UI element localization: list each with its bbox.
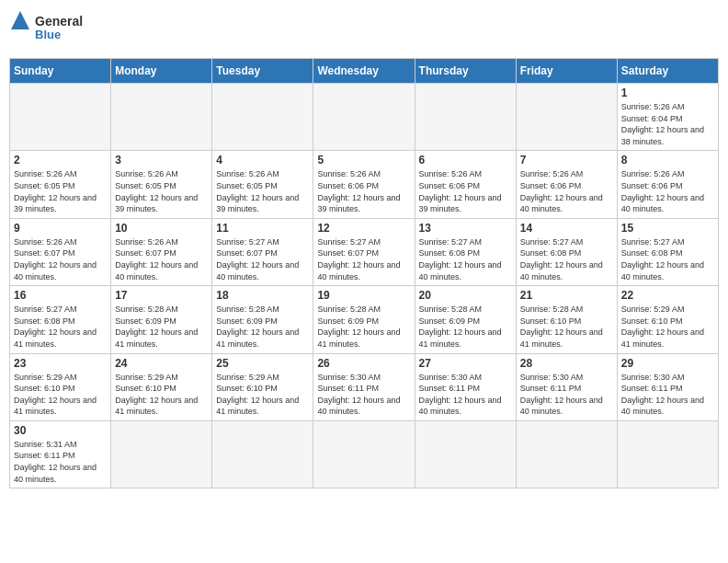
day-cell: 7Sunrise: 5:26 AM Sunset: 6:06 PM Daylig… <box>516 151 617 218</box>
day-cell: 13Sunrise: 5:27 AM Sunset: 6:08 PM Dayli… <box>415 218 516 285</box>
day-cell: 28Sunrise: 5:30 AM Sunset: 6:11 PM Dayli… <box>516 353 617 420</box>
day-info: Sunrise: 5:28 AM Sunset: 6:10 PM Dayligh… <box>520 304 613 350</box>
day-cell: 6Sunrise: 5:26 AM Sunset: 6:06 PM Daylig… <box>415 151 516 218</box>
day-info: Sunrise: 5:26 AM Sunset: 6:07 PM Dayligh… <box>14 236 107 282</box>
day-cell <box>313 420 415 488</box>
calendar-table: SundayMondayTuesdayWednesdayThursdayFrid… <box>9 58 719 488</box>
week-row-5: 30Sunrise: 5:31 AM Sunset: 6:11 PM Dayli… <box>10 420 719 488</box>
day-cell <box>212 84 313 151</box>
day-cell: 24Sunrise: 5:29 AM Sunset: 6:10 PM Dayli… <box>111 353 212 420</box>
day-cell: 4Sunrise: 5:26 AM Sunset: 6:05 PM Daylig… <box>212 151 313 218</box>
day-cell: 12Sunrise: 5:27 AM Sunset: 6:07 PM Dayli… <box>313 218 415 285</box>
day-info: Sunrise: 5:30 AM Sunset: 6:11 PM Dayligh… <box>317 372 410 418</box>
day-number: 25 <box>216 357 309 370</box>
day-number: 11 <box>216 222 309 235</box>
day-number: 1 <box>621 86 714 99</box>
day-info: Sunrise: 5:29 AM Sunset: 6:10 PM Dayligh… <box>621 304 714 350</box>
day-cell: 2Sunrise: 5:26 AM Sunset: 6:05 PM Daylig… <box>10 151 111 218</box>
day-number: 30 <box>14 424 107 437</box>
day-number: 16 <box>14 289 107 302</box>
day-number: 29 <box>621 357 714 370</box>
day-number: 17 <box>115 289 208 302</box>
day-info: Sunrise: 5:26 AM Sunset: 6:06 PM Dayligh… <box>419 168 512 214</box>
day-cell: 14Sunrise: 5:27 AM Sunset: 6:08 PM Dayli… <box>516 218 617 285</box>
day-info: Sunrise: 5:26 AM Sunset: 6:04 PM Dayligh… <box>621 101 714 147</box>
day-cell: 25Sunrise: 5:29 AM Sunset: 6:10 PM Dayli… <box>212 353 313 420</box>
day-info: Sunrise: 5:26 AM Sunset: 6:05 PM Dayligh… <box>14 168 107 214</box>
week-row-1: 2Sunrise: 5:26 AM Sunset: 6:05 PM Daylig… <box>10 151 719 218</box>
day-cell: 16Sunrise: 5:27 AM Sunset: 6:08 PM Dayli… <box>10 286 111 353</box>
day-info: Sunrise: 5:26 AM Sunset: 6:06 PM Dayligh… <box>621 168 714 214</box>
day-number: 3 <box>115 154 208 167</box>
day-cell: 8Sunrise: 5:26 AM Sunset: 6:06 PM Daylig… <box>617 151 718 218</box>
week-row-0: 1Sunrise: 5:26 AM Sunset: 6:04 PM Daylig… <box>10 84 719 151</box>
day-info: Sunrise: 5:29 AM Sunset: 6:10 PM Dayligh… <box>14 372 107 418</box>
day-cell: 19Sunrise: 5:28 AM Sunset: 6:09 PM Dayli… <box>313 286 415 353</box>
day-cell: 22Sunrise: 5:29 AM Sunset: 6:10 PM Dayli… <box>617 286 718 353</box>
day-cell <box>10 84 111 151</box>
day-number: 28 <box>520 357 613 370</box>
day-number: 12 <box>317 222 410 235</box>
day-info: Sunrise: 5:26 AM Sunset: 6:07 PM Dayligh… <box>115 236 208 282</box>
day-cell: 26Sunrise: 5:30 AM Sunset: 6:11 PM Dayli… <box>313 353 415 420</box>
day-cell <box>111 84 212 151</box>
day-number: 22 <box>621 289 714 302</box>
day-info: Sunrise: 5:27 AM Sunset: 6:07 PM Dayligh… <box>317 236 410 282</box>
day-number: 10 <box>115 222 208 235</box>
day-number: 8 <box>621 154 714 167</box>
day-cell: 3Sunrise: 5:26 AM Sunset: 6:05 PM Daylig… <box>111 151 212 218</box>
day-cell <box>212 420 313 488</box>
day-cell <box>415 84 516 151</box>
day-info: Sunrise: 5:27 AM Sunset: 6:08 PM Dayligh… <box>621 236 714 282</box>
day-number: 23 <box>14 357 107 370</box>
week-row-2: 9Sunrise: 5:26 AM Sunset: 6:07 PM Daylig… <box>10 218 719 285</box>
header-day-tuesday: Tuesday <box>212 59 313 84</box>
day-number: 24 <box>115 357 208 370</box>
day-info: Sunrise: 5:27 AM Sunset: 6:07 PM Dayligh… <box>216 236 309 282</box>
day-number: 6 <box>419 154 512 167</box>
day-info: Sunrise: 5:28 AM Sunset: 6:09 PM Dayligh… <box>419 304 512 350</box>
day-info: Sunrise: 5:27 AM Sunset: 6:08 PM Dayligh… <box>14 304 107 350</box>
day-number: 13 <box>419 222 512 235</box>
day-number: 2 <box>14 154 107 167</box>
svg-marker-2 <box>11 11 29 29</box>
day-cell: 30Sunrise: 5:31 AM Sunset: 6:11 PM Dayli… <box>10 420 111 488</box>
day-info: Sunrise: 5:29 AM Sunset: 6:10 PM Dayligh… <box>216 372 309 418</box>
day-number: 18 <box>216 289 309 302</box>
day-cell <box>415 420 516 488</box>
day-cell: 23Sunrise: 5:29 AM Sunset: 6:10 PM Dayli… <box>10 353 111 420</box>
day-number: 26 <box>317 357 410 370</box>
day-cell: 9Sunrise: 5:26 AM Sunset: 6:07 PM Daylig… <box>10 218 111 285</box>
day-number: 20 <box>419 289 512 302</box>
day-info: Sunrise: 5:31 AM Sunset: 6:11 PM Dayligh… <box>14 439 107 485</box>
day-info: Sunrise: 5:28 AM Sunset: 6:09 PM Dayligh… <box>115 304 208 350</box>
day-number: 19 <box>317 289 410 302</box>
day-cell: 27Sunrise: 5:30 AM Sunset: 6:11 PM Dayli… <box>415 353 516 420</box>
day-cell <box>516 420 617 488</box>
day-info: Sunrise: 5:26 AM Sunset: 6:06 PM Dayligh… <box>520 168 613 214</box>
day-cell <box>313 84 415 151</box>
header-day-thursday: Thursday <box>415 59 516 84</box>
day-number: 4 <box>216 154 309 167</box>
day-info: Sunrise: 5:30 AM Sunset: 6:11 PM Dayligh… <box>419 372 512 418</box>
day-cell: 15Sunrise: 5:27 AM Sunset: 6:08 PM Dayli… <box>617 218 718 285</box>
svg-text:Blue: Blue <box>35 28 61 41</box>
day-info: Sunrise: 5:26 AM Sunset: 6:05 PM Dayligh… <box>115 168 208 214</box>
day-info: Sunrise: 5:28 AM Sunset: 6:09 PM Dayligh… <box>317 304 410 350</box>
day-number: 27 <box>419 357 512 370</box>
day-cell: 5Sunrise: 5:26 AM Sunset: 6:06 PM Daylig… <box>313 151 415 218</box>
header-day-wednesday: Wednesday <box>313 59 415 84</box>
header-day-saturday: Saturday <box>617 59 718 84</box>
day-cell: 11Sunrise: 5:27 AM Sunset: 6:07 PM Dayli… <box>212 218 313 285</box>
week-row-3: 16Sunrise: 5:27 AM Sunset: 6:08 PM Dayli… <box>10 286 719 353</box>
header-day-friday: Friday <box>516 59 617 84</box>
logo: General Blue <box>9 9 92 51</box>
day-cell: 17Sunrise: 5:28 AM Sunset: 6:09 PM Dayli… <box>111 286 212 353</box>
day-cell: 10Sunrise: 5:26 AM Sunset: 6:07 PM Dayli… <box>111 218 212 285</box>
day-cell: 18Sunrise: 5:28 AM Sunset: 6:09 PM Dayli… <box>212 286 313 353</box>
day-cell: 29Sunrise: 5:30 AM Sunset: 6:11 PM Dayli… <box>617 353 718 420</box>
svg-text:General: General <box>35 14 83 29</box>
day-number: 9 <box>14 222 107 235</box>
day-number: 5 <box>317 154 410 167</box>
day-number: 7 <box>520 154 613 167</box>
